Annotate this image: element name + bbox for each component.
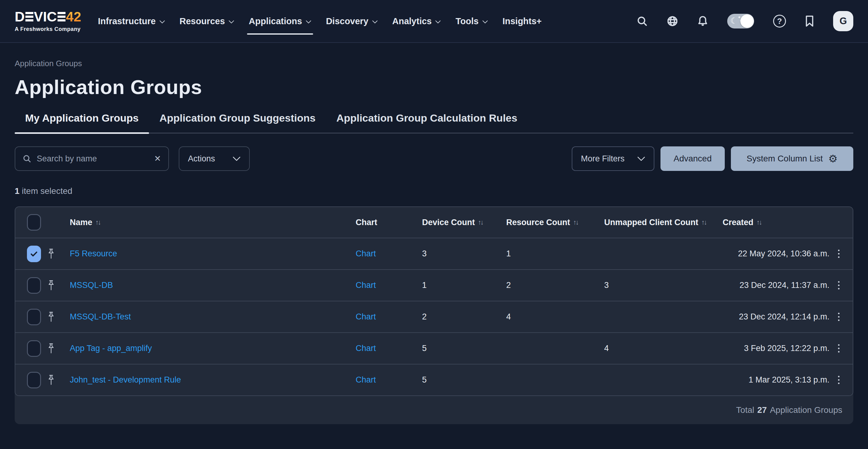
nav-item[interactable]: Applications: [249, 0, 311, 42]
logo-stylized-e: E: [25, 12, 33, 22]
search-by-name-box: ✕: [15, 146, 169, 171]
question-mark-icon: ?: [773, 15, 786, 28]
app-group-name-link[interactable]: MSSQL-DB-Test: [70, 312, 131, 321]
row-checkbox[interactable]: [27, 372, 41, 388]
nav-item-label: Applications: [249, 16, 302, 26]
chart-link[interactable]: Chart: [355, 249, 376, 258]
tab[interactable]: Application Group Calculation Rules: [326, 112, 528, 132]
device-count-value: 2: [422, 312, 506, 322]
selected-text: item selected: [20, 186, 72, 196]
nav-item[interactable]: Analytics: [392, 0, 441, 42]
nav-item[interactable]: Tools: [456, 0, 488, 42]
resource-count-value: 1: [506, 249, 604, 259]
toggle-knob: [740, 14, 754, 28]
row-actions-kebab-icon[interactable]: [836, 279, 841, 291]
search-icon[interactable]: [637, 16, 648, 27]
unmapped-client-count-value: 3: [604, 280, 723, 290]
footer-total-label: Total: [736, 405, 754, 415]
row-checkbox[interactable]: [27, 340, 41, 357]
chart-link[interactable]: Chart: [355, 375, 376, 384]
row-actions-kebab-icon[interactable]: [836, 374, 841, 386]
column-header-name[interactable]: Name↑↓: [70, 218, 355, 227]
logo-text: VIC: [34, 10, 57, 24]
created-value: 23 Dec 2024, 12:14 p.m.: [723, 312, 833, 322]
nav-item[interactable]: Resources: [180, 0, 234, 42]
select-all-checkbox[interactable]: [27, 214, 41, 231]
nav-utility-icons: ☾ ✦ ✦ ? G: [637, 11, 853, 31]
moon-icon: ☾: [730, 16, 738, 26]
nav-item-label: Tools: [456, 16, 478, 26]
device42-logo[interactable]: DEVICE42 A Freshworks Company: [15, 10, 85, 32]
pin-icon[interactable]: [46, 342, 56, 355]
row-checkbox[interactable]: [27, 246, 41, 262]
column-header-unmapped-client-count[interactable]: Unmapped Client Count↑↓: [604, 218, 723, 227]
chevron-down-icon: [232, 156, 241, 161]
nav-item[interactable]: Discovery: [326, 0, 378, 42]
tab[interactable]: My Application Groups: [15, 112, 149, 132]
nav-item[interactable]: Insights+: [502, 0, 542, 42]
resource-count-value: 4: [506, 312, 604, 322]
pin-icon[interactable]: [46, 248, 56, 260]
toolbar: ✕ Actions More Filters Advanced System C…: [15, 146, 853, 171]
theme-toggle[interactable]: ☾ ✦ ✦: [727, 14, 754, 28]
device-count-value: 5: [422, 375, 506, 385]
table-body: F5 Resource Chart 3 1 22 May 2024, 10:36…: [15, 238, 853, 395]
notifications-bell-icon[interactable]: [697, 15, 708, 27]
system-column-list-label: System Column List: [746, 154, 823, 163]
system-column-list-button[interactable]: System Column List ⚙: [731, 146, 853, 171]
column-header-chart: Chart: [355, 218, 422, 227]
footer-total-suffix: Application Groups: [770, 405, 842, 415]
advanced-button[interactable]: Advanced: [660, 146, 725, 171]
app-group-name-link[interactable]: F5 Resource: [70, 249, 117, 258]
page-title: Application Groups: [15, 76, 853, 99]
nav-item-label: Discovery: [326, 16, 369, 26]
row-checkbox[interactable]: [27, 277, 41, 294]
chevron-down-icon: [159, 20, 165, 24]
device-count-value: 1: [422, 280, 506, 290]
logo-subtitle: A Freshworks Company: [15, 26, 85, 32]
app-group-name-link[interactable]: John_test - Development Rule: [70, 375, 181, 384]
chevron-down-icon: [483, 20, 488, 24]
pin-icon[interactable]: [46, 311, 56, 323]
breadcrumb: Application Groups: [15, 59, 853, 68]
chart-link[interactable]: Chart: [355, 280, 376, 290]
table-row: MSSQL-DB Chart 1 2 3 23 Dec 2024, 11:37 …: [15, 269, 853, 301]
globe-icon[interactable]: [666, 15, 678, 27]
app-group-name-link[interactable]: App Tag - app_amplify: [70, 343, 152, 353]
bookmark-icon[interactable]: [805, 15, 814, 27]
unmapped-client-count-value: 4: [604, 343, 723, 353]
search-input[interactable]: [37, 154, 149, 163]
pin-icon[interactable]: [46, 374, 56, 386]
page-content: Application Groups Application Groups My…: [0, 59, 868, 424]
nav-item-label: Infrastructure: [98, 16, 156, 26]
chevron-down-icon: [435, 20, 441, 24]
chart-link[interactable]: Chart: [355, 312, 376, 321]
help-icon[interactable]: ?: [773, 15, 786, 28]
tab[interactable]: Application Group Suggestions: [149, 112, 326, 132]
sort-icon: ↑↓: [478, 218, 483, 226]
more-filters-dropdown[interactable]: More Filters: [572, 146, 654, 171]
column-header-created[interactable]: Created↑↓: [723, 218, 833, 227]
pin-icon[interactable]: [46, 279, 56, 292]
app-group-name-link[interactable]: MSSQL-DB: [70, 280, 113, 290]
nav-item[interactable]: Infrastructure: [98, 0, 165, 42]
table-row: MSSQL-DB-Test Chart 2 4 23 Dec 2024, 12:…: [15, 301, 853, 332]
nav-item-label: Insights+: [502, 16, 542, 26]
sort-icon: ↑↓: [756, 218, 762, 226]
table-footer: Total 27 Application Groups: [15, 396, 853, 424]
row-actions-kebab-icon[interactable]: [836, 248, 841, 260]
application-groups-table: Name↑↓ Chart Device Count↑↓ Resource Cou…: [15, 206, 853, 424]
row-checkbox[interactable]: [27, 309, 41, 325]
row-actions-kebab-icon[interactable]: [836, 342, 841, 354]
clear-search-icon[interactable]: ✕: [154, 155, 161, 163]
actions-dropdown[interactable]: Actions: [179, 146, 250, 171]
user-avatar[interactable]: G: [833, 11, 853, 31]
column-header-device-count[interactable]: Device Count↑↓: [422, 218, 506, 227]
sort-icon: ↑↓: [573, 218, 578, 226]
row-actions-kebab-icon[interactable]: [836, 311, 841, 323]
chart-link[interactable]: Chart: [355, 343, 376, 353]
logo-text: D: [15, 10, 25, 24]
chevron-down-icon: [637, 156, 645, 161]
column-header-resource-count[interactable]: Resource Count↑↓: [506, 218, 604, 227]
table-row: John_test - Development Rule Chart 5 1 M…: [15, 364, 853, 395]
